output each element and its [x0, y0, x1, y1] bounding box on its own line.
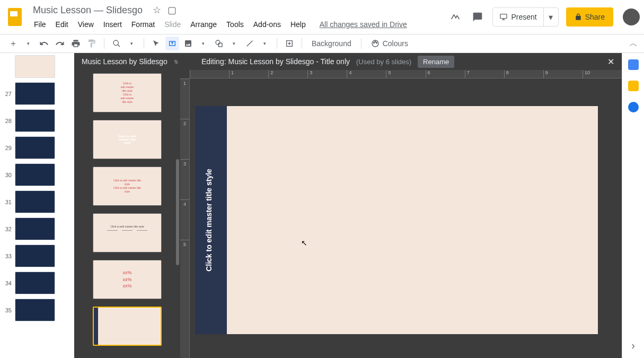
layout-thumb[interactable] [93, 307, 162, 346]
save-status[interactable]: All changes saved in Drive [320, 20, 407, 29]
slide-number: 31 [4, 199, 12, 205]
calendar-addon-icon[interactable] [628, 59, 639, 70]
menu-slide: Slide [160, 18, 185, 31]
move-folder-icon[interactable]: ▢ [167, 5, 177, 15]
master-title-placeholder[interactable]: Click to edit master title style [205, 169, 213, 272]
menu-view[interactable]: View [74, 18, 98, 31]
slide-number: 35 [4, 307, 12, 313]
image-tool[interactable] [181, 37, 195, 50]
slide-row[interactable]: 27 [4, 82, 74, 105]
menu-help[interactable]: Help [286, 18, 310, 31]
close-master-icon[interactable]: ✕ [607, 57, 614, 67]
scrollbar-thumb[interactable] [176, 159, 179, 265]
slide-thumb[interactable] [15, 136, 55, 159]
slide-thumb[interactable] [15, 163, 55, 186]
layout-strip[interactable]: Click toedit mastertitle styleClick toed… [74, 53, 180, 358]
shape-dropdown[interactable]: ▾ [227, 37, 241, 50]
slide-row[interactable]: 30 [4, 163, 74, 186]
slide-row[interactable]: 31 [4, 190, 74, 213]
layout-thumb[interactable]: Click to edit master title style [93, 213, 162, 252]
menu-file[interactable]: File [30, 18, 50, 31]
rename-button[interactable]: Rename [418, 56, 454, 68]
doc-title[interactable]: Music Lesson — Slidesgo [30, 4, 146, 17]
menu-insert[interactable]: Insert [99, 18, 126, 31]
comments-icon[interactable] [470, 10, 485, 24]
layout-thumb[interactable]: Click to editmaster titlestyle [93, 120, 162, 159]
layout-thumb[interactable]: xx%xx%xx% [93, 260, 162, 299]
tasks-addon-icon[interactable] [628, 102, 639, 112]
cursor-icon: ↖ [301, 239, 307, 247]
canvas-area: 12345678910 12345 Click to edit master t… [180, 53, 622, 358]
slide-canvas[interactable]: Click to edit master title style ↖ [195, 106, 598, 334]
share-button[interactable]: Share [566, 7, 613, 27]
activity-icon[interactable] [448, 10, 463, 24]
filmstrip[interactable]: 272829303132333435 [0, 53, 74, 358]
slides-logo[interactable] [4, 6, 25, 28]
line-dropdown[interactable]: ▾ [258, 37, 271, 50]
layout-thumb[interactable]: Click toedit mastertitle styleClick toed… [93, 73, 162, 112]
shape-tool[interactable] [212, 37, 226, 50]
menu-arrange[interactable]: Arrange [186, 18, 221, 31]
collapse-toolbar-icon[interactable]: ︿ [629, 38, 638, 49]
new-slide-dropdown[interactable]: ▾ [21, 37, 35, 50]
slide-thumb[interactable] [15, 190, 55, 213]
share-label: Share [585, 13, 605, 21]
present-dropdown[interactable]: ▾ [543, 8, 558, 26]
menu-format[interactable]: Format [127, 18, 159, 31]
line-tool[interactable] [243, 37, 257, 50]
zoom-button[interactable] [110, 37, 123, 50]
svg-point-9 [376, 42, 377, 43]
ruler-horizontal: 12345678910 [190, 70, 622, 78]
layout-thumb[interactable]: Click to edit master titlestyleClick to … [93, 167, 162, 206]
paint-format-button[interactable] [85, 37, 99, 50]
slide-row[interactable]: 34 [4, 272, 74, 294]
svg-point-8 [375, 41, 376, 42]
expand-sidepanel-icon[interactable]: › [631, 339, 635, 352]
slide-number: 29 [4, 145, 12, 151]
slide-row[interactable]: 35 [4, 299, 74, 321]
slide-number: 33 [4, 253, 12, 259]
slide-row[interactable]: 28 [4, 109, 74, 132]
slide-thumb[interactable] [15, 245, 55, 267]
print-button[interactable] [69, 37, 83, 50]
new-slide-button[interactable]: ＋ [6, 37, 20, 50]
image-dropdown[interactable]: ▾ [196, 37, 210, 50]
slide-row[interactable]: 33 [4, 245, 74, 267]
undo-button[interactable] [37, 37, 51, 50]
master-dropdown-icon[interactable]: ⇅ [174, 59, 178, 65]
present-button[interactable]: Present [493, 8, 543, 26]
select-tool[interactable] [149, 37, 163, 50]
toolbar: ＋▾ ▾ ▾ ▾ ▾ Background Colours ︿ [0, 34, 644, 53]
menubar: File Edit View Insert Format Slide Arran… [30, 18, 448, 31]
keep-addon-icon[interactable] [628, 81, 639, 91]
slide-number: 28 [4, 118, 12, 124]
menu-addons[interactable]: Add-ons [249, 18, 285, 31]
user-avatar[interactable] [623, 8, 640, 25]
colours-button[interactable]: Colours [367, 39, 412, 48]
textbox-tool[interactable] [165, 37, 179, 50]
slide-thumb[interactable] [15, 272, 55, 294]
star-icon[interactable]: ☆ [153, 5, 161, 15]
slide-thumb[interactable] [15, 299, 55, 321]
slide-row[interactable] [4, 55, 74, 78]
ruler-vertical: 12345 [180, 78, 190, 358]
svg-rect-0 [500, 14, 507, 19]
redo-button[interactable] [53, 37, 67, 50]
insert-placeholder-button[interactable] [283, 37, 296, 50]
menu-edit[interactable]: Edit [51, 18, 73, 31]
slide-row[interactable]: 32 [4, 217, 74, 240]
slide-thumb[interactable] [15, 55, 55, 78]
slide-number: 30 [4, 172, 12, 178]
slide-thumb[interactable] [15, 217, 55, 240]
background-button[interactable]: Background [307, 39, 356, 48]
menu-tools[interactable]: Tools [222, 18, 248, 31]
master-panel-title: Music Lesson by Slidesgo [82, 57, 167, 66]
svg-point-3 [216, 40, 220, 45]
slide-row[interactable]: 29 [4, 136, 74, 159]
zoom-dropdown[interactable]: ▾ [125, 37, 138, 50]
slide-thumb[interactable] [15, 82, 55, 105]
present-label: Present [511, 13, 536, 21]
right-sidebar: › [622, 53, 644, 358]
used-by-label: (Used by 6 slides) [356, 58, 411, 66]
slide-thumb[interactable] [15, 109, 55, 132]
